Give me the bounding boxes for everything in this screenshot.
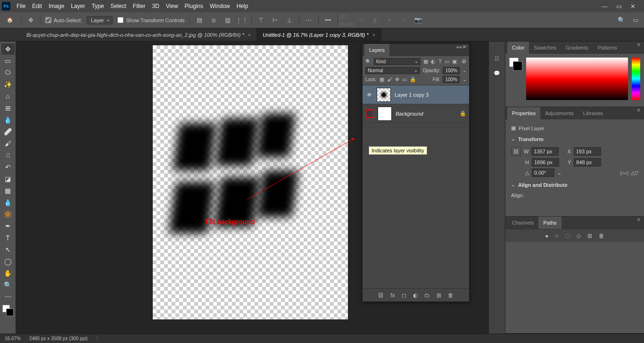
menu-select[interactable]: Select <box>107 0 129 12</box>
magic-wand-tool[interactable]: ✨ <box>1 79 15 90</box>
menu-filter[interactable]: Filter <box>130 0 149 12</box>
show-transform-checkbox[interactable]: Show Transform Controls <box>117 17 184 23</box>
group-icon[interactable]: 🗀 <box>424 292 430 299</box>
menu-help[interactable]: Help <box>233 0 252 12</box>
close-icon[interactable]: ✕ <box>630 3 636 10</box>
color-indicator[interactable] <box>509 58 522 71</box>
channels-tab[interactable]: Channels <box>507 217 538 229</box>
hand-tool[interactable]: ✋ <box>1 268 15 279</box>
opacity-input[interactable]: 100% <box>443 67 460 74</box>
fill-dropdown-icon[interactable]: ⌄ <box>462 77 466 82</box>
lock-all-icon[interactable]: 🔒 <box>410 76 416 83</box>
menu-plugins[interactable]: Plugins <box>182 0 206 12</box>
clone-stamp-tool[interactable]: ⎍ <box>1 150 15 161</box>
make-mask-icon[interactable]: ◇ <box>577 233 581 239</box>
libraries-tab[interactable]: Libraries <box>578 107 608 119</box>
edit-toolbar[interactable]: ⋯ <box>1 291 15 302</box>
fill-input[interactable]: 100% <box>443 76 460 83</box>
tab-close-icon[interactable]: × <box>248 32 251 38</box>
dodge-tool[interactable]: 🔆 <box>1 209 15 220</box>
angle-input[interactable] <box>532 168 554 177</box>
color-swatches[interactable] <box>2 305 14 316</box>
layer-mask-icon[interactable]: ◻ <box>402 292 406 299</box>
layer-style-icon[interactable]: fx <box>390 292 395 299</box>
path-selection-tool[interactable]: ↖ <box>1 244 15 255</box>
filter-smart-icon[interactable]: ▣ <box>452 59 457 65</box>
width-input[interactable] <box>531 147 559 156</box>
layers-tab[interactable]: Layers <box>364 44 389 56</box>
collapse-panel-icon[interactable]: ◂◂ ✕ <box>456 44 467 50</box>
filter-toggle-icon[interactable]: ⦿ <box>462 59 466 64</box>
height-input[interactable] <box>532 158 559 167</box>
y-input[interactable] <box>574 158 601 167</box>
link-layers-icon[interactable]: ⛓ <box>378 292 384 299</box>
menu-edit[interactable]: Edit <box>29 0 45 12</box>
lock-position-icon[interactable]: ✥ <box>395 76 399 83</box>
move-tool[interactable]: ✥ <box>1 43 15 55</box>
adjustments-tab[interactable]: Adjustments <box>540 107 578 119</box>
auto-select-target[interactable]: Layer <box>87 16 113 25</box>
menu-window[interactable]: Window <box>206 0 233 12</box>
eraser-tool[interactable]: ◪ <box>1 173 15 184</box>
distribute-icon[interactable]: ⋮⋮ <box>237 16 247 25</box>
lock-transparency-icon[interactable]: ▩ <box>380 76 384 83</box>
menu-layer[interactable]: Layer <box>67 0 88 12</box>
swatches-tab[interactable]: Swatches <box>529 42 561 54</box>
document-tab-active[interactable]: Untitled-1 @ 16.7% (Layer 1 copy 3, RGB/… <box>257 28 381 41</box>
document-canvas[interactable] <box>153 45 348 319</box>
transform-section-head[interactable]: Transform <box>511 133 638 145</box>
filter-shape-icon[interactable]: ▭ <box>445 59 449 65</box>
menu-3d[interactable]: 3D <box>149 0 162 12</box>
shape-tool[interactable]: ◯ <box>1 256 15 267</box>
panel-menu-icon[interactable]: ≡ <box>634 217 644 229</box>
comments-panel-icon[interactable]: 💬 <box>494 70 500 76</box>
status-chevron-icon[interactable]: 〉 <box>96 335 101 342</box>
history-panel-icon[interactable]: ☷ <box>495 56 499 62</box>
hue-slider[interactable] <box>632 58 640 100</box>
blur-tool[interactable]: 💧 <box>1 197 15 208</box>
menu-file[interactable]: File <box>13 0 29 12</box>
type-tool[interactable]: T <box>1 232 15 243</box>
filter-kind-dropdown[interactable]: Kind <box>374 58 421 65</box>
stroke-path-icon[interactable]: ○ <box>555 233 559 239</box>
home-button[interactable]: 🏠 <box>4 14 16 26</box>
patterns-tab[interactable]: Patterns <box>593 42 622 54</box>
lock-pixels-icon[interactable]: 🖌 <box>387 76 392 83</box>
layer-row[interactable]: 👁 Layer 1 copy 3 <box>363 85 469 104</box>
minimize-icon[interactable]: — <box>602 3 608 10</box>
load-selection-icon[interactable]: ◌ <box>565 233 570 239</box>
document-dimensions[interactable]: 2480 px x 3508 px (300 ppi) <box>29 336 88 341</box>
more-options-icon[interactable]: ••• <box>323 16 333 25</box>
new-path-icon[interactable]: ⊞ <box>587 233 592 239</box>
flip-vertical-icon[interactable]: △▽ <box>631 170 638 176</box>
panel-menu-icon[interactable]: ≡ <box>634 107 644 119</box>
align-left-icon[interactable]: ▤ <box>195 16 204 25</box>
layer-name-label[interactable]: Background <box>396 111 423 117</box>
panel-menu-icon[interactable]: ≡ <box>634 42 644 54</box>
align-top-icon[interactable]: ⊤ <box>256 16 266 25</box>
properties-tab[interactable]: Properties <box>507 107 540 119</box>
filter-pixel-icon[interactable]: ▦ <box>423 59 428 65</box>
marquee-tool[interactable]: ▭ <box>1 55 15 67</box>
layer-name-label[interactable]: Layer 1 copy 3 <box>395 92 429 98</box>
color-picker-field[interactable] <box>526 58 628 100</box>
document-tab[interactable]: Bi-quyet-chup-anh-dep-tai-gia-Nghi-dich-… <box>21 28 257 41</box>
new-layer-icon[interactable]: ⊞ <box>437 292 441 299</box>
paths-tab[interactable]: Paths <box>538 217 561 229</box>
blend-mode-dropdown[interactable]: Normal <box>365 67 420 74</box>
lasso-tool[interactable] <box>1 67 15 78</box>
color-tab[interactable]: Color <box>507 42 529 54</box>
brush-tool[interactable]: 🖌 <box>1 138 15 149</box>
background-color[interactable] <box>6 309 14 316</box>
layer-thumbnail[interactable] <box>377 88 391 102</box>
gradients-tab[interactable]: Gradients <box>561 42 593 54</box>
search-icon[interactable]: 🔍 <box>617 16 626 25</box>
healing-brush-tool[interactable]: 🩹 <box>1 126 15 137</box>
adjustment-layer-icon[interactable]: ◐ <box>413 292 418 299</box>
zoom-tool[interactable]: 🔍 <box>1 279 15 291</box>
x-input[interactable] <box>574 147 601 156</box>
opacity-dropdown-icon[interactable]: ⌄ <box>462 68 466 73</box>
filter-search-icon[interactable]: 🔍 <box>365 59 371 64</box>
layer-visibility-toggle-highlighted[interactable] <box>365 109 374 118</box>
maximize-icon[interactable]: ▭ <box>616 3 622 10</box>
